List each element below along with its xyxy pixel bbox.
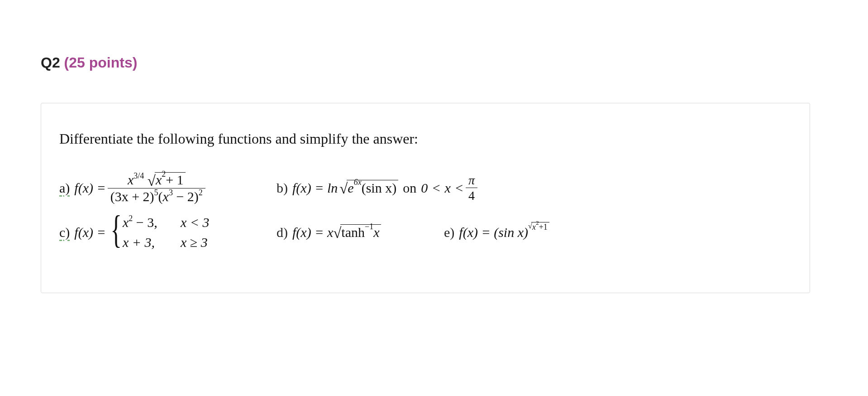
sym-x: x xyxy=(128,172,134,187)
part-e-label: e) xyxy=(444,225,454,240)
parts-row-1: a) f(x) = x3/4 √ x2 + 1 xyxy=(59,172,792,204)
part-e-exponent: √ x2+1 xyxy=(528,221,549,232)
cond-x-ge-3: x ≥ 3 xyxy=(181,235,208,250)
part-e-fx-sinx: f(x) = (sin x) xyxy=(459,225,528,240)
part-e: e) f(x) = (sin x) √ x2+1 xyxy=(444,225,602,240)
range-left: 0 < x < xyxy=(421,180,464,196)
sym-x: x xyxy=(123,215,129,230)
part-b-fx-ln: f(x) = ln xyxy=(292,180,338,196)
part-e-sqrt: √ x2+1 xyxy=(528,222,549,232)
part-d-label: d) xyxy=(277,225,288,240)
plus-1: +1 xyxy=(539,222,548,232)
part-a-fraction: x3/4 √ x2 + 1 (3x + 2)5(x3 − 2)2 xyxy=(108,172,205,204)
part-a-denominator: (3x + 2)5(x3 − 2)2 xyxy=(108,188,205,204)
exp-3-4: 3/4 xyxy=(134,171,144,180)
part-a-numerator: x3/4 √ x2 + 1 xyxy=(125,172,188,188)
question-heading: Q2 (25 points) xyxy=(41,54,827,71)
num-4: 4 xyxy=(466,188,477,202)
part-c-label: c) xyxy=(59,225,70,240)
exp-2: 2 xyxy=(536,219,539,227)
exp-5: 5 xyxy=(154,188,158,197)
exp-2: 2 xyxy=(129,214,133,223)
part-a-sqrt: √ x2 + 1 xyxy=(148,172,186,187)
case-1: x2 − 3, x < 3 xyxy=(123,215,210,230)
question-number: Q2 xyxy=(41,54,60,71)
plus-1: + 1 xyxy=(166,173,183,187)
part-d: d) f(x) = x √ tanh−1 x xyxy=(277,224,444,240)
x-plus-3: x + 3, xyxy=(123,235,172,250)
part-a: a) f(x) = x3/4 √ x2 + 1 xyxy=(59,172,277,204)
exp-2: 2 xyxy=(199,188,203,197)
part-b-sqrt: √ e6x(sin x) xyxy=(339,180,398,196)
question-box: Differentiate the following functions an… xyxy=(41,103,810,293)
part-c: c) f(x) = { x2 − 3, x < 3 xyxy=(59,213,277,252)
sym-x: x xyxy=(163,189,169,204)
sym-e: e xyxy=(348,180,353,196)
question-points: (25 points) xyxy=(64,54,138,71)
exp-neg1: −1 xyxy=(365,222,373,232)
part-c-fx: f(x) = xyxy=(74,225,105,240)
exp-6x: 6x xyxy=(354,178,362,187)
open-paren: ( xyxy=(158,189,163,204)
part-a-label: a) xyxy=(59,180,70,196)
sym-pi: π xyxy=(466,174,477,188)
page-root: Q2 (25 points) Differentiate the followi… xyxy=(0,0,868,311)
part-d-sqrt: √ tanh−1 x xyxy=(333,224,381,240)
minus-3: − 3, xyxy=(133,215,157,230)
sym-x: x xyxy=(373,225,379,240)
sym-x: x xyxy=(156,173,162,187)
pi-over-4: π 4 xyxy=(466,174,477,203)
tanh: tanh xyxy=(341,225,365,240)
part-d-fx-x: f(x) = x xyxy=(292,225,333,240)
den-left-base: (3x + 2) xyxy=(110,189,154,204)
part-b-label: b) xyxy=(277,180,288,196)
case-2: x + 3, x ≥ 3 xyxy=(123,235,210,250)
sym-x: x xyxy=(532,222,536,232)
instruction-text: Differentiate the following functions an… xyxy=(59,130,792,147)
on-text: on xyxy=(403,180,416,196)
sin-x: (sin x) xyxy=(362,180,397,196)
part-c-piecewise: { x2 − 3, x < 3 x + 3, x ≥ 3 xyxy=(106,213,210,252)
exp-3: 3 xyxy=(169,188,173,197)
cond-x-lt-3: x < 3 xyxy=(181,215,210,230)
left-brace-icon: { xyxy=(110,215,122,254)
part-a-fx: f(x) = xyxy=(74,180,105,196)
exp-2: 2 xyxy=(162,170,166,179)
part-b: b) f(x) = ln √ e6x(sin x) on 0 < x < π 4 xyxy=(277,174,566,203)
minus-2-paren: − 2) xyxy=(173,189,199,204)
parts-row-2: c) f(x) = { x2 − 3, x < 3 xyxy=(59,213,792,252)
